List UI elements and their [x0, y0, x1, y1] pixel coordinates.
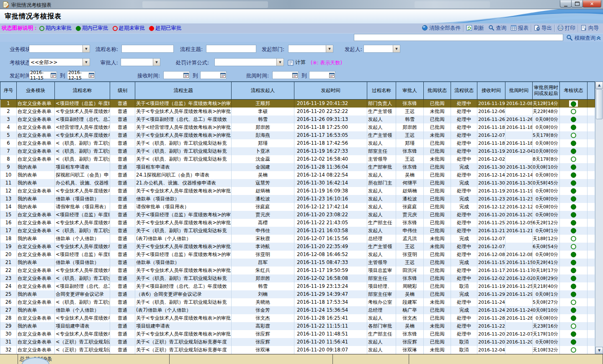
table-row[interactable]: 12自定义业务表单<专业技术人员年度绩效考普通关于<专业技术人员年度绩效考核表>… — [0, 187, 595, 195]
table-row[interactable]: 26自定义业务表单<（职员、副职）青工职业普通关于<（职员、副职）青工职业规划达… — [0, 298, 595, 306]
calendar-icon[interactable] — [329, 72, 335, 78]
table-row[interactable]: 17自定义业务表单<（职员、副职）青工职业普通关于<（职员、副职）青工职业规划达… — [0, 227, 595, 235]
fuzzy-search-input[interactable] — [354, 34, 563, 41]
column-header[interactable]: 发起时间 — [294, 82, 367, 99]
table-row[interactable]: 24自定义业务表单<项目副经理（总代、总工普通关于<项目副经理（总代、总工）年度… — [0, 282, 595, 290]
table-cell: 普通 — [110, 163, 135, 171]
table-cell: 张东锋 — [396, 163, 424, 171]
cell-assess-status — [560, 219, 588, 227]
table-row[interactable]: 4自定义业务表单<经营管理人员年度绩效考普通关于<经营管理人员年度绩效考核表>的… — [0, 123, 595, 131]
table-row[interactable]: 14我的表单请假审批单（项目用表）普通请假审批单（项目用表）张庭庭2016-12… — [0, 203, 595, 211]
table-cell: 2016-11-20 11:48:51 — [294, 330, 367, 338]
cell-assess-status — [560, 179, 588, 187]
fuzzy-search-button[interactable]: 模糊查询 — [575, 35, 595, 42]
table-row[interactable]: 28自定义业务表单<专业技术人员年度绩效考普通关于<专业技术人员年度绩效考核表>… — [0, 314, 595, 322]
review-from-date[interactable] — [272, 71, 299, 79]
table-row[interactable]: 3自定义业务表单<项目副经理（总代、总工普通关于<项目副经理（总代、总工）年度绩… — [0, 115, 595, 123]
scroll-up-button[interactable]: ▲ — [595, 82, 603, 89]
column-header[interactable]: 流程主题 — [135, 82, 232, 99]
close-button[interactable]: ✕ — [582, 0, 601, 8]
table-row[interactable]: 29我的表单项目组建申请表普通项目组建申请表高彩霞2016-11-22 11:1… — [0, 322, 595, 330]
table-cell: 关于<专业技术人员年度绩效考核表>的审批 — [135, 330, 232, 338]
table-row[interactable]: 8自定义业务表单<（职员、副职）青工职业普通关于<（职员、副职）青工职业规划达标… — [0, 155, 595, 163]
table-row[interactable]: 22自定义业务表单<专业技术人员年度绩效考普通关于<专业技术人员年度绩效考核表>… — [0, 267, 595, 274]
column-header[interactable]: 流程名称 — [55, 82, 110, 99]
calendar-icon[interactable] — [220, 72, 226, 78]
column-header[interactable]: 序号 — [0, 82, 17, 99]
receive-to-date[interactable] — [200, 71, 227, 79]
column-header[interactable]: 流程发起人 — [232, 82, 294, 99]
review-to-date[interactable] — [309, 71, 335, 79]
dept-select[interactable]: ▼ — [288, 45, 333, 53]
module-select[interactable]: ▼ — [29, 45, 90, 53]
start-to-date[interactable]: 2016-12-15 — [67, 71, 95, 79]
table-cell: 2016-11-26 09:31:13 — [294, 115, 367, 123]
calendar-icon[interactable] — [183, 72, 189, 78]
toolbar-button-label: 刷新 — [474, 25, 484, 32]
table-cell — [505, 235, 533, 243]
column-header[interactable]: 批阅时间 — [505, 82, 533, 99]
toolbar-button-refresh[interactable]: 刷新 — [464, 24, 486, 33]
maximize-button[interactable] — [571, 0, 583, 8]
table-row[interactable]: 20自定义业务表单<项目经理（总监）年度绩普通关于<项目经理（总监）年度绩效考核… — [0, 251, 595, 259]
initiator-select[interactable]: ▼ — [363, 45, 400, 53]
table-row[interactable]: 19自定义业务表单<专业技术人员年度绩效考普通关于<专业技术人员年度绩效考核表>… — [0, 243, 595, 251]
table-row[interactable]: 10我的表单探视慰问职工（会员）申普通24.1探视慰问职工（会员）申请表吴楠20… — [0, 171, 595, 179]
calculate-button[interactable]: 计算 — [288, 59, 306, 66]
start-from-date[interactable]: 2016-11-15 — [29, 71, 57, 79]
column-header[interactable]: 过程名称 — [367, 82, 396, 99]
table-cell: 吴楠 — [232, 171, 294, 179]
column-header[interactable]: 批阅状态 — [424, 82, 451, 99]
table-row[interactable]: 30自定义业务表单<专业技术人员年度绩效考普通关于<专业技术人员年度绩效考核表>… — [0, 330, 595, 338]
calendar-icon[interactable] — [51, 72, 56, 78]
table-row[interactable]: 21我的表单借款单（项目借款）普通借款单（项目借款）昌军2016-11-15 0… — [0, 259, 595, 267]
table-row[interactable]: 31自定义业务表单<（正职）青工职业规划达普通关于<（正职）青工职业规划达标竞赛… — [0, 338, 595, 346]
approver-select[interactable]: ▼ — [121, 58, 160, 66]
table-row[interactable]: 6自定义业务表单<（职员、副职）青工职业普通关于<（职员、副职）青工职业规划达标… — [0, 139, 595, 147]
table-row[interactable]: 18我的表单借款单（个人借款）普通(表7)借款单（个人借款）宋秋霞2016-12… — [0, 235, 595, 243]
column-header[interactable]: 审批人 — [396, 82, 424, 99]
toolbar-button-print[interactable]: 打印 — [555, 24, 577, 33]
subject-input[interactable] — [206, 45, 256, 53]
calendar-icon[interactable] — [89, 72, 94, 78]
table-row[interactable]: 23自定义业务表单<（职员、副职）青工职业普通关于<（职员、副职）青工职业规划达… — [0, 274, 595, 282]
formula-select[interactable]: ▼ — [214, 58, 284, 66]
table-cell: 8天17时8分 — [533, 155, 560, 163]
table-row[interactable]: 13我的表单借款单（项目借款）普通借款单（项目借款）潘松波2016-11-23 … — [0, 195, 595, 203]
vertical-scrollbar[interactable]: ▲ ▼ — [595, 82, 603, 354]
table-row[interactable]: 2自定义业务表单<专业技术人员年度绩效考普通关于<专业技术人员年度绩效考核表>的… — [0, 108, 595, 115]
table-row[interactable]: 11我的表单办公机具、设施、仪器维普通21.办公机具、设施、仪器维修申请表寇慧芳… — [0, 179, 595, 187]
table-cell: 朱红兵 — [232, 267, 294, 274]
toolbar-button-export[interactable]: 导出 — [532, 24, 554, 33]
table-cell: 何继平 — [396, 179, 424, 187]
column-header[interactable]: 考核状态 — [560, 82, 588, 99]
toolbar-button-report[interactable]: 报表 — [508, 24, 531, 33]
table-row[interactable]: 27我的表单借款单（个人借款）普通(表7)借款单（个人借款）张金芳2016-11… — [0, 306, 595, 314]
table-row[interactable]: 9我的表单项目租车申请表普通项目租车申请表金国建2016-11-28 11:36… — [0, 163, 595, 171]
column-header[interactable]: 接收时间 — [477, 82, 505, 99]
flow-name-input[interactable] — [121, 45, 174, 53]
assess-status-select[interactable]: <<全部>>▼ — [29, 58, 90, 66]
receive-from-date[interactable] — [163, 71, 190, 79]
toolbar-button-wizard[interactable]: 向导 — [579, 24, 601, 33]
scrollbar-thumb[interactable] — [596, 89, 603, 119]
column-header[interactable]: 流程状态 — [451, 82, 477, 99]
toolbar-button-search[interactable]: 查询 — [486, 24, 508, 33]
column-header[interactable]: 业务模块 — [17, 82, 55, 99]
table-row[interactable]: 5自定义业务表单<专业技术人员年度绩效考普通关于<专业技术人员年度绩效考核表>的… — [0, 131, 595, 139]
toolbar-button-clear[interactable]: 清除全部条件 — [420, 24, 463, 33]
scroll-down-button[interactable]: ▼ — [595, 347, 603, 354]
table-row[interactable]: 16自定义业务表单<专业技术人员年度绩效考普通关于<专业技术人员年度绩效考核表>… — [0, 219, 595, 227]
table-row[interactable]: 1自定义业务表单<项目经理（总监）年度绩普通关于<项目经理（总监）年度绩效考核>… — [0, 100, 595, 108]
calendar-icon[interactable] — [292, 72, 298, 78]
column-header[interactable]: 审批所用时间或发起后 — [533, 82, 560, 99]
table-row[interactable]: 32自定义业务表单<（正职）青工职业规划达普通关于<（正职）青工职业规划达标竞赛… — [0, 346, 595, 354]
table-cell: 已批阅 — [424, 211, 451, 219]
column-header[interactable]: 级别 — [110, 82, 135, 99]
table-row[interactable]: 7自定义业务表单<（职员、副职）青工职业普通关于<（职员、副职）青工职业规划达标… — [0, 147, 595, 155]
minimize-button[interactable]: ▁ — [560, 0, 572, 8]
collapse-chevron-icon[interactable] — [596, 35, 601, 41]
table-row[interactable]: 25我的表单合同变更评审会议记录普通（表6）合同变更评审会议记录刘楠2016-1… — [0, 290, 595, 298]
table-cell: 0天0时0分 — [533, 187, 560, 195]
table-row[interactable]: 15自定义业务表单<项目经理（总监）年度绩普通关于<项目经理（总监）年度绩效考核… — [0, 211, 595, 219]
